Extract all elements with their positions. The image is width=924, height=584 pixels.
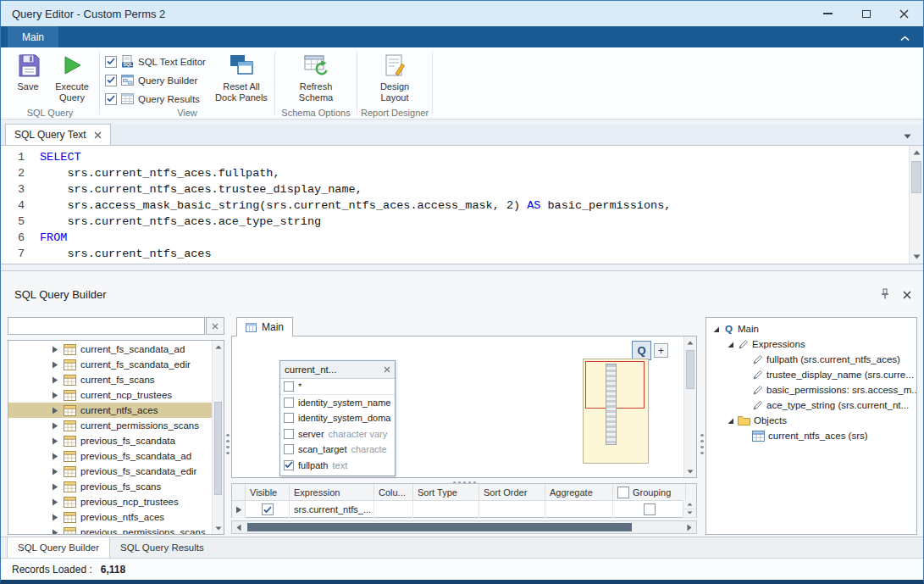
add-table-button[interactable]: + [654,343,668,358]
table-node-current_fs_scandata_edir[interactable]: current_fs_scandata_edir [8,357,212,372]
minimize-button[interactable] [809,1,847,26]
table-node-current_permissions_scans[interactable]: current_permissions_scans [8,418,212,433]
diagram-tab-main[interactable]: Main [236,317,293,336]
diagram-surface[interactable]: current_nt... *identity_system_nameident… [231,336,697,478]
column-header-grouping[interactable]: Grouping [613,484,686,500]
row-selector[interactable] [232,501,246,518]
field-row-fullpath[interactable]: fullpathtext [280,458,395,474]
view-option-query-results[interactable]: Query Results [105,92,213,105]
table-search-input[interactable] [8,317,205,335]
column-header-colu-[interactable]: Colu... [374,484,413,500]
scrollbar-thumb[interactable] [214,402,222,495]
checkbox[interactable] [284,381,294,392]
card-close-button[interactable] [384,366,390,373]
table-node-previous_fs_scandata_ad[interactable]: previous_fs_scandata_ad [8,448,212,464]
scroll-down-button[interactable] [683,509,696,519]
checkbox[interactable] [644,503,656,515]
column-header-aggregate[interactable]: Aggregate [545,484,613,500]
table-node-previous_fs_scans[interactable]: previous_fs_scans [8,479,212,494]
code-line[interactable]: srs.access_mask_basic_string(srs.current… [40,197,909,214]
checkbox[interactable] [105,93,117,105]
table-card-current-ntfs-aces[interactable]: current_nt... *identity_system_nameident… [279,360,396,476]
scrollbar-track[interactable] [213,353,224,522]
code-line[interactable]: srs.current_ntfs_aces.trustee_display_na… [40,181,909,197]
cell-sort-type[interactable] [413,501,479,518]
cell-aggregate[interactable] [545,501,613,518]
expand-icon[interactable] [51,376,59,384]
field-row-server[interactable]: servercharacter vary [280,426,395,442]
scrollbar-thumb[interactable] [247,523,632,531]
collapse-icon[interactable] [726,417,734,425]
scroll-down-button[interactable] [684,465,696,477]
table-node-previous_permissions_scans[interactable]: previous_permissions_scans [8,525,212,534]
outline-node-basic-permissions-srs-access-m[interactable]: basic_permissions: srs.access_m... [706,382,916,398]
outline-node-main[interactable]: QMain [706,321,916,336]
expand-icon[interactable] [51,498,59,506]
dock-tab-sql-query-results[interactable]: SQL Query Results [110,537,214,558]
query-properties-button[interactable]: Q [632,341,651,360]
expand-icon[interactable] [51,361,59,369]
save-button[interactable]: Save [6,49,50,105]
close-button[interactable] [885,1,923,26]
scroll-down-button[interactable] [910,250,923,264]
table-node-previous_ntfs_aces[interactable]: previous_ntfs_aces [8,509,212,525]
checkbox[interactable] [105,75,117,86]
scrollbar-thumb[interactable] [911,161,921,193]
scroll-right-button[interactable] [683,521,696,533]
cell-colu-[interactable] [374,501,413,518]
column-header-sort-type[interactable]: Sort Type [413,484,479,500]
checkbox[interactable] [284,413,294,423]
card-header[interactable]: current_nt... [280,361,395,379]
column-header-expression[interactable]: Expression [290,484,374,500]
outline-node-current-ntfs-aces-srs[interactable]: current_ntfs_aces (srs) [706,428,916,443]
design-layout-button[interactable]: Design Layout [373,49,417,105]
scroll-up-button[interactable] [910,146,923,159]
table-node-current_fs_scans[interactable]: current_fs_scans [8,372,212,387]
checkbox[interactable] [284,398,294,408]
checkbox[interactable] [617,487,629,498]
cell-visible[interactable] [246,501,290,518]
expand-icon[interactable] [51,346,59,353]
checkbox[interactable] [262,503,274,515]
code-line[interactable]: FROM [40,230,909,246]
clear-search-button[interactable] [206,317,224,335]
scroll-up-button[interactable] [683,500,696,509]
checkbox[interactable] [284,460,294,470]
pin-button[interactable] [880,287,890,303]
checkbox[interactable] [284,429,294,439]
code-line[interactable]: srs.current_ntfs_aces.fullpath, [40,165,909,181]
collapse-icon[interactable] [711,325,720,333]
scroll-up-button[interactable] [213,341,224,353]
scrollbar-thumb[interactable] [686,350,694,389]
table-node-previous_ncp_trustees[interactable]: previous_ncp_trustees [8,494,212,509]
table-tree-scrollbar[interactable] [212,341,224,534]
outline-node-fullpath-srs-current-ntfs-aces[interactable]: fullpath (srs.current_ntfs_aces) [706,352,916,367]
field-row-identity_system_doma[interactable]: identity_system_doma [280,410,395,426]
table-node-current_ntfs_aces[interactable]: current_ntfs_aces [8,403,212,418]
expand-icon[interactable] [51,514,59,521]
ribbon-tab-main[interactable]: Main [8,26,58,47]
view-option-query-builder[interactable]: Query Builder [105,74,213,86]
outline-node-ace-type-string-srs-current-nt[interactable]: ace_type_string (srs.current_nt... [706,398,916,413]
cell-sort-order[interactable] [479,501,545,518]
close-tab-icon[interactable] [94,131,102,139]
expand-icon[interactable] [51,468,59,476]
scrollbar-track[interactable] [684,348,696,465]
expand-icon[interactable] [51,483,59,491]
outline-node-expressions[interactable]: Expressions [706,336,916,352]
field-row-scan_target[interactable]: scan_targetcharacte [280,442,395,458]
column-header-sort-order[interactable]: Sort Order [479,484,545,500]
splitter-handle[interactable] [700,432,704,458]
checkbox[interactable] [284,444,294,454]
titlebar[interactable]: Query Editor - Custom Perms 2 [1,1,923,26]
ribbon-collapse-button[interactable] [897,27,913,47]
outline-node-trustee-display-name-srs-curre[interactable]: trustee_display_name (srs.curre... [706,367,916,382]
scroll-left-button[interactable] [232,521,246,533]
reset-dock-panels-button[interactable]: Reset All Dock Panels [213,49,269,105]
table-node-current_fs_scandata_ad[interactable]: current_fs_scandata_ad [8,342,212,357]
expand-icon[interactable] [51,453,59,460]
table-node-previous_fs_scandata[interactable]: previous_fs_scandata [8,433,212,448]
expand-icon[interactable] [51,437,59,445]
code-line[interactable]: SELECT [40,149,909,165]
column-header-visible[interactable]: Visible [246,484,290,500]
